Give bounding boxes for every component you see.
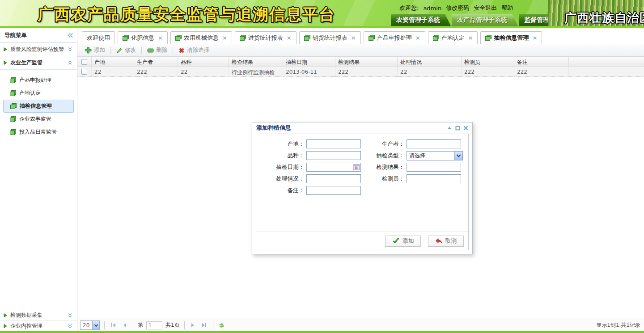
test-result-field[interactable] [407, 163, 461, 172]
tab-close-icon[interactable]: × [415, 34, 420, 41]
last-page-button[interactable] [200, 321, 208, 329]
change-password-link[interactable]: 修改密码 [446, 4, 469, 12]
handling-label: 处理情况： [256, 175, 306, 183]
tab-sampling-info[interactable]: 抽检信息管理 × [480, 31, 542, 44]
help-link[interactable]: 帮助 [501, 4, 513, 12]
nav-agri-materials[interactable]: 农资管理子系统 [391, 14, 451, 26]
sidebar-section-internal-control[interactable]: 企业内控管理 [0, 320, 77, 331]
tab-product-declaration[interactable]: 产品申报处理 × [364, 31, 425, 44]
remark-field[interactable] [306, 186, 361, 195]
producer-field[interactable] [407, 139, 461, 148]
column-header-test-result[interactable]: 检测结果 [335, 57, 398, 67]
sidebar-item-sampling-info[interactable]: 抽检信息管理 [3, 100, 74, 113]
page-size-select[interactable]: 20 [80, 320, 100, 330]
tab-close-icon[interactable]: × [158, 34, 163, 41]
dialog-add-button[interactable]: 添加 [385, 236, 421, 247]
add-planting-info-dialog: 添加种植信息 产地： 生产者： [252, 122, 473, 254]
cell-producer: 222 [134, 67, 178, 77]
variety-field[interactable] [306, 151, 361, 160]
tab-close-icon[interactable]: × [351, 34, 356, 41]
tab-origin-certification[interactable]: 产地认定 × [428, 31, 478, 44]
collapse-icon[interactable] [447, 126, 452, 130]
nav-agri-products[interactable]: 农产品管理子系统 [452, 14, 518, 26]
column-header-variety[interactable]: 品种 [178, 57, 229, 67]
sidebar-item-input-daily-supervision[interactable]: 投入品日常监管 [0, 126, 77, 139]
sidebar-item-origin-certification[interactable]: 产地认定 [0, 87, 77, 100]
sidebar-title: 导航菜单 [4, 28, 68, 43]
cell-check-result: 行业例行监测抽检 [229, 67, 283, 77]
sidebar-section-risk[interactable]: 质量风险监测评估预警 [0, 43, 77, 56]
column-header-sample-date[interactable]: 抽检日期 [283, 57, 335, 67]
tab-close-icon[interactable]: × [287, 34, 292, 41]
refresh-button[interactable] [218, 321, 226, 329]
column-header-check-result[interactable]: 检查结果 [229, 57, 283, 67]
sidebar-collapse-icon[interactable] [68, 33, 73, 38]
close-icon[interactable] [463, 126, 468, 131]
sidebar-item-label: 企业农事监管 [19, 115, 51, 123]
sidebar-item-enterprise-farming[interactable]: 企业农事监管 [0, 113, 77, 126]
calendar-icon[interactable] [353, 164, 360, 172]
tab-purchase-report[interactable]: 进货统计报表 × [235, 31, 297, 44]
next-page-button[interactable] [189, 321, 197, 329]
tab-agri-machinery-info[interactable]: 农用机械信息 × [170, 31, 232, 44]
sidebar-section-production[interactable]: 农业生产监管 [0, 56, 77, 70]
column-header-inspector[interactable]: 检测员 [462, 57, 514, 67]
maximize-icon[interactable] [455, 126, 460, 131]
page-number-input[interactable] [146, 321, 162, 329]
logout-link[interactable]: 安全退出 [474, 4, 497, 12]
chevron-double-down-icon[interactable] [67, 323, 73, 329]
wheat-photo: 广西壮族自治区 [548, 0, 644, 28]
dialog-window-controls [447, 126, 468, 131]
variety-label: 品种： [256, 152, 306, 160]
folder-icon [10, 103, 17, 109]
sidebar-section-detection-data[interactable]: 检测数据采集 [0, 310, 77, 320]
region-label: 广西壮族自治区 [564, 10, 644, 26]
refresh-icon [218, 322, 225, 329]
sidebar-section-label: 质量风险监测评估预警 [10, 46, 64, 53]
chevron-double-up-icon[interactable] [67, 60, 73, 66]
tab-close-icon[interactable]: × [532, 34, 537, 41]
handling-field[interactable] [306, 174, 361, 183]
tab-fertilizer-info[interactable]: 化肥信息 × [118, 31, 168, 44]
remark-label: 备注： [256, 187, 306, 194]
column-header-remark[interactable]: 备注 [514, 57, 569, 67]
sample-type-select[interactable]: 请选择 [407, 151, 463, 160]
tab-welcome[interactable]: 欢迎使用 [82, 31, 115, 44]
delete-icon [147, 48, 154, 53]
cell-test-result: 222 [335, 67, 398, 77]
dialog-titlebar[interactable]: 添加种植信息 [252, 122, 472, 133]
origin-field[interactable] [306, 139, 361, 148]
clear-selection-label: 清除选择 [187, 46, 209, 54]
add-button[interactable]: 添加 [81, 46, 109, 55]
next-page-icon [190, 322, 196, 328]
tab-sales-report[interactable]: 销货统计报表 × [299, 31, 361, 44]
dialog-footer: 添加 取消 [256, 232, 468, 250]
select-all-checkbox[interactable] [81, 59, 87, 65]
row-checkbox[interactable] [81, 69, 87, 75]
delete-button-label: 删除 [156, 46, 167, 54]
chevron-double-down-icon[interactable] [67, 312, 73, 318]
tab-close-icon[interactable]: × [468, 34, 473, 41]
inspector-field[interactable] [407, 174, 461, 183]
tab-close-icon[interactable]: × [222, 34, 227, 41]
sidebar-item-product-declaration[interactable]: 产品申报处理 [0, 74, 77, 87]
edit-button[interactable]: 修改 [112, 46, 140, 55]
column-header-handling[interactable]: 处理情况 [398, 57, 462, 67]
sample-date-wrapper [306, 163, 361, 172]
tab-label: 进货统计报表 [248, 34, 283, 42]
clear-selection-button[interactable]: 清除选择 [174, 46, 213, 55]
column-header-origin[interactable]: 产地 [92, 57, 134, 67]
pencil-icon [116, 47, 123, 54]
chevron-down-icon [94, 324, 98, 327]
prev-page-button[interactable] [120, 321, 128, 329]
table-row[interactable]: 22 222 22 行业例行监测抽检 2013-06-11 222 22 222… [77, 67, 644, 77]
select-dropdown-button[interactable] [454, 152, 462, 160]
delete-button[interactable]: 删除 [143, 46, 171, 55]
first-page-button[interactable] [109, 321, 117, 329]
column-header-producer[interactable]: 生产者 [134, 57, 178, 67]
select-dropdown-button[interactable] [92, 321, 99, 329]
dialog-cancel-button[interactable]: 取消 [428, 236, 464, 247]
chevron-double-down-icon[interactable] [67, 46, 73, 52]
cell-variety: 22 [178, 67, 229, 77]
dialog-form: 产地： 生产者： 品种： 抽检类型： 请选择 [256, 134, 468, 196]
